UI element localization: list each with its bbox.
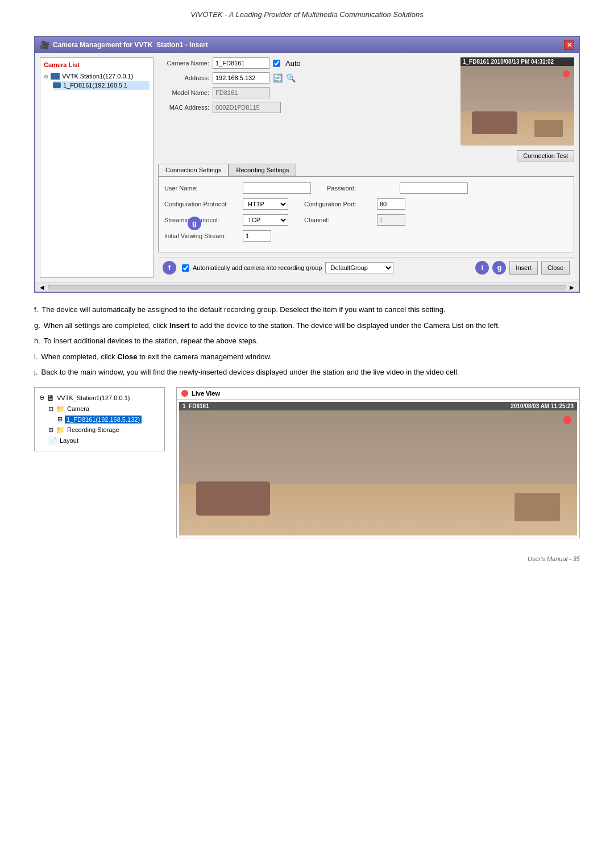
tree-station[interactable]: ⊖ VVTK Station1(127.0.0.1) (44, 72, 150, 81)
search-icon[interactable]: 🔍 (286, 73, 296, 82)
annotation-h: h. To insert additional devices to the s… (34, 335, 580, 347)
bottom-bar: f Automatically add camera into recordin… (158, 257, 574, 278)
camera-label: 1_FD8161(192.168.5.1 (63, 82, 127, 89)
bottom-tree-indent1: ⊟ 📁 Camera ⊞ 1_FD8161(192.168.5.132) ⊞ 📁… (48, 404, 160, 446)
bottom-station-label: VVTK_Station1(127.0.0.1) (57, 394, 130, 401)
password-label: Password: (327, 185, 395, 192)
insert-button[interactable]: Insert (509, 261, 538, 275)
close-button[interactable]: Close (541, 261, 570, 275)
dialog-body: Camera List ⊖ VVTK Station1(127.0.0.1) 1… (35, 53, 579, 283)
annotation-i-circle: i (475, 261, 489, 275)
bottom-expand-icon: ⊖ (39, 394, 44, 401)
annotation-g-letter: g. (34, 320, 40, 331)
annotation-f: f. The device will automatically be assi… (34, 304, 580, 315)
scroll-left-button[interactable]: ◀ (38, 284, 47, 290)
annotation-list: f. The device will automatically be assi… (34, 304, 580, 378)
tabs-header: Connection Settings Recording Settings (158, 164, 574, 176)
live-view-label: Live View (192, 390, 220, 397)
live-cam-header: 1_FD8161 2010/08/03 AM 11:25:23 (179, 402, 577, 410)
annotation-g-circle: g (188, 217, 201, 230)
dialog-title: Camera Management for VVTK_Station1 - In… (53, 41, 208, 49)
preview-couch (472, 111, 517, 134)
preview-image (460, 66, 574, 146)
live-dot (181, 390, 188, 397)
bottom-camera-folder-icon: 📁 (56, 405, 65, 413)
bottom-tree-layout[interactable]: 📄 Layout (48, 435, 160, 446)
conn-test-row: Connection Test (158, 150, 574, 161)
camera-tree-icon (53, 82, 61, 88)
live-wall-bg (179, 410, 577, 490)
bottom-camera-item-label: 1_FD8161(192.168.5.132) (65, 416, 142, 423)
annotation-j: j. Back to the main window, you will fin… (34, 367, 580, 378)
close-window-button[interactable]: ✕ (564, 40, 574, 50)
initial-stream-label: Initial Viewing Stream: (164, 232, 238, 239)
live-view-panel: Live View 1_FD8161 2010/08/03 AM 11:25:2… (176, 387, 580, 538)
config-protocol-row: Configuration Protocol: HTTP HTTPS Confi… (164, 198, 568, 210)
station-label: VVTK Station1(127.0.0.1) (62, 73, 133, 80)
bottom-expand-camera-icon: ⊟ (48, 405, 53, 413)
footer-text: User's Manual - 35 (528, 555, 580, 562)
refresh-icon[interactable]: 🔄 (273, 73, 283, 82)
live-couch (196, 481, 270, 516)
tab-connection-settings[interactable]: Connection Settings (158, 164, 229, 176)
bottom-tree-recording[interactable]: ⊞ 📁 Recording Storage (48, 425, 160, 435)
group-select[interactable]: DefaultGroup (325, 262, 393, 273)
connection-test-button[interactable]: Connection Test (517, 150, 574, 161)
expand-icon: ⊖ (44, 73, 48, 80)
password-input[interactable] (400, 182, 468, 194)
annotation-h-text: To insert additional devices to the stat… (44, 335, 258, 347)
address-input[interactable] (213, 72, 269, 84)
annotation-g-btn-circle: g (492, 261, 506, 275)
dialog-titlebar: 🎥 Camera Management for VVTK_Station1 - … (35, 37, 579, 53)
camera-name-row: Camera Name: Auto (158, 57, 455, 69)
channel-label: Channel: (304, 217, 372, 223)
bottom-layout-label: Layout (60, 437, 78, 444)
live-cam-timestamp: 2010/08/03 AM 11:25:23 (511, 403, 574, 409)
config-port-input[interactable] (377, 198, 405, 210)
preview-wall-bg (460, 66, 574, 114)
config-port-label: Configuration Port: (304, 201, 372, 207)
channel-input[interactable] (377, 214, 405, 226)
username-row: User Name: Password: (164, 182, 568, 194)
initial-stream-input[interactable] (243, 230, 271, 242)
camera-name-input[interactable] (213, 57, 269, 69)
initial-stream-row: Initial Viewing Stream: (164, 230, 568, 242)
bottom-tree-camera-item[interactable]: ⊞ 1_FD8161(192.168.5.132) (57, 414, 160, 425)
scrollbar-area: ◀ ▶ (35, 283, 579, 292)
tree-indent: 1_FD8161(192.168.5.1 (53, 81, 150, 90)
auto-record-row: f Automatically add camera into recordin… (163, 261, 393, 275)
auto-label: Auto (285, 59, 301, 68)
scroll-track[interactable] (48, 285, 566, 290)
auto-checkbox[interactable] (273, 60, 280, 67)
bottom-recording-label: Recording Storage (67, 426, 119, 433)
bottom-expand-recording-icon: ⊞ (48, 426, 53, 434)
tabs-container: Connection Settings Recording Settings U… (158, 164, 574, 252)
config-protocol-label: Configuration Protocol: (164, 201, 238, 207)
streaming-protocol-label: Streaming Protocol: (164, 217, 238, 223)
live-view-content: 1_FD8161 2010/08/03 AM 11:25:23 (177, 400, 579, 538)
tree-camera[interactable]: 1_FD8161(192.168.5.1 (53, 81, 150, 90)
config-protocol-select[interactable]: HTTP HTTPS (243, 198, 288, 210)
live-cam-name: 1_FD8161 (182, 403, 209, 409)
address-row: Address: 🔄 🔍 (158, 72, 455, 84)
model-name-label: Model Name: (158, 89, 209, 96)
scroll-right-button[interactable]: ▶ (567, 284, 576, 290)
auto-record-checkbox[interactable] (182, 264, 189, 272)
bottom-monitor-icon: 🖥 (47, 393, 55, 402)
username-input[interactable] (243, 182, 311, 194)
bottom-tree-camera-folder[interactable]: ⊟ 📁 Camera (48, 404, 160, 414)
tab-recording-settings[interactable]: Recording Settings (229, 164, 296, 176)
preview-record-dot (563, 70, 570, 77)
auto-record-label: Automatically add camera into recording … (193, 264, 322, 271)
streaming-protocol-select[interactable]: TCP UDP (243, 214, 288, 226)
preview-table (534, 120, 563, 137)
bottom-recording-icon: 📁 (56, 426, 65, 434)
preview-header: 1_FD8161 2010/08/13 PM 04:31:02 (460, 57, 574, 66)
bottom-tree-station[interactable]: ⊖ 🖥 VVTK_Station1(127.0.0.1) (39, 392, 160, 404)
annotation-i-text: When completed, click Close to exit the … (42, 351, 272, 363)
annotation-g-text: When all settings are completed, click I… (44, 320, 500, 331)
bottom-expand-cam-icon: ⊞ (57, 416, 63, 423)
camera-name-label: Camera Name: (158, 60, 209, 67)
annotation-f-letter: f. (34, 304, 38, 315)
monitor-icon (51, 73, 60, 80)
